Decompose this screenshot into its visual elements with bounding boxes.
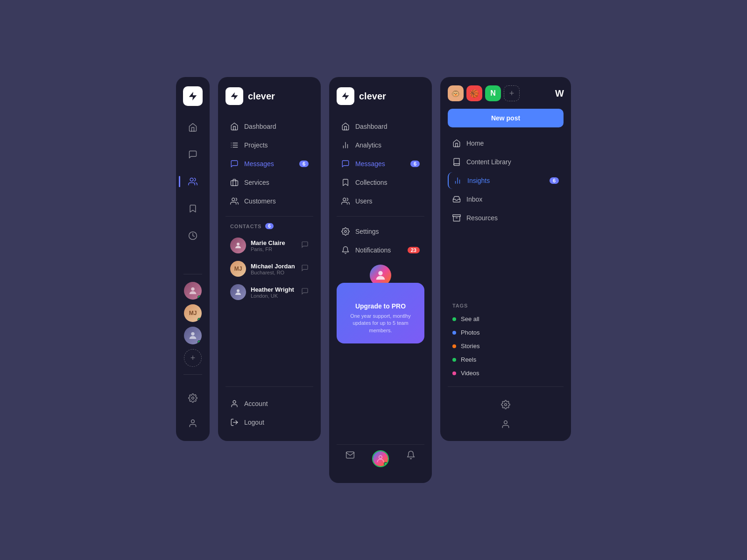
- tag-reels[interactable]: Reels: [448, 353, 564, 366]
- tag-dot-see-all: [452, 317, 456, 321]
- svg-point-17: [237, 289, 240, 292]
- tag-photos[interactable]: Photos: [448, 326, 564, 339]
- contact-item-heather[interactable]: Heather Wright London, UK: [226, 280, 313, 304]
- app-icon-mailchimp[interactable]: 🐵: [448, 85, 464, 101]
- contact-avatar-heather: [230, 284, 246, 300]
- tag-see-all[interactable]: See all: [448, 312, 564, 326]
- nav-label: Account: [244, 400, 268, 407]
- nav-item-dashboard[interactable]: Dashboard: [226, 118, 313, 135]
- nav-label: Dashboard: [244, 123, 276, 130]
- nav-item-notifications[interactable]: Notifications 23: [337, 242, 424, 259]
- contact-avatar-1[interactable]: [184, 282, 202, 300]
- panels-container: MJ +: [167, 68, 580, 492]
- add-contact-button[interactable]: +: [184, 349, 202, 367]
- svg-point-25: [345, 231, 347, 233]
- nav-item-dashboard-3[interactable]: Dashboard: [337, 118, 424, 135]
- app-icon-dribbble[interactable]: 🏀: [466, 85, 482, 101]
- p4-nav-content-library[interactable]: Content Library: [448, 154, 564, 170]
- sidebar-item-bookmarks[interactable]: [184, 200, 201, 217]
- contact-avatar-marie: [230, 238, 246, 253]
- settings-icon-button[interactable]: [184, 390, 201, 406]
- contact-item-michael[interactable]: MJ Michael Jordan Bucharest, RO: [226, 257, 313, 280]
- tab-profile-avatar[interactable]: [372, 450, 389, 467]
- nav-item-account[interactable]: Account: [226, 395, 313, 412]
- contact-avatar-mj[interactable]: MJ: [184, 304, 202, 322]
- logo-w: W: [555, 88, 564, 99]
- add-app-button[interactable]: +: [504, 85, 520, 101]
- message-contact-icon[interactable]: [301, 241, 309, 250]
- nav-label: Messages: [244, 160, 274, 168]
- messages-badge-3: 6: [410, 161, 420, 167]
- svg-point-26: [378, 271, 382, 275]
- tab-notifications[interactable]: [406, 450, 416, 467]
- nav-item-users-3[interactable]: Users: [337, 193, 424, 210]
- tab-email[interactable]: [345, 450, 355, 467]
- nav-label: Resources: [466, 214, 498, 222]
- sidebar-item-history[interactable]: [184, 227, 201, 244]
- tag-videos[interactable]: Videos: [448, 366, 564, 380]
- nav-item-logout[interactable]: Logout: [226, 414, 313, 431]
- clever-logo-3: [337, 87, 354, 105]
- panel-social-manager: 🐵 🏀 N + W New post Home Content Library …: [440, 77, 571, 441]
- svg-point-18: [233, 400, 236, 403]
- svg-point-1: [190, 178, 193, 182]
- p4-nav-insights[interactable]: Insights 6: [448, 172, 564, 189]
- p4-nav-inbox[interactable]: Inbox: [448, 191, 564, 208]
- svg-marker-20: [342, 92, 349, 100]
- app-icon-notion[interactable]: N: [485, 85, 501, 101]
- nav-item-services[interactable]: Services: [226, 174, 313, 191]
- contact-item-marie[interactable]: Marie Claire Paris, FR: [226, 234, 313, 257]
- new-post-button[interactable]: New post: [448, 109, 564, 127]
- nav-item-settings-3[interactable]: Settings: [337, 223, 424, 240]
- upgrade-title: Upgrade to PRO: [344, 302, 417, 310]
- message-contact-icon-2[interactable]: [301, 264, 309, 273]
- nav-item-messages[interactable]: Messages 6: [226, 155, 313, 172]
- section-divider-3: [337, 216, 424, 217]
- tag-label: See all: [461, 315, 479, 322]
- icon-nav: [184, 119, 201, 266]
- svg-point-31: [505, 404, 507, 406]
- divider: [183, 274, 202, 274]
- nav-label: Notifications: [355, 246, 391, 254]
- svg-point-3: [191, 287, 194, 291]
- sidebar-item-messages[interactable]: [184, 146, 201, 163]
- p4-profile-button[interactable]: [448, 416, 564, 433]
- contact-avatar-3[interactable]: [184, 327, 202, 344]
- nav-label: Content Library: [466, 158, 511, 166]
- svg-point-5: [192, 397, 194, 399]
- p4-bottom-divider: [448, 386, 564, 387]
- insights-badge: 6: [550, 177, 559, 184]
- contact-info-heather: Heather Wright London, UK: [251, 286, 296, 299]
- p4-nav-home[interactable]: Home: [448, 135, 564, 152]
- nav-item-projects[interactable]: Projects: [226, 137, 313, 154]
- panel-header: clever: [226, 87, 313, 105]
- nav-label: Dashboard: [355, 123, 388, 130]
- nav-item-analytics[interactable]: Analytics: [337, 137, 424, 154]
- tag-dot-photos: [452, 331, 456, 335]
- nav-item-collections[interactable]: Collections: [337, 174, 424, 191]
- nav-item-messages-3[interactable]: Messages 6: [337, 155, 424, 172]
- svg-point-4: [191, 332, 194, 336]
- nav-item-customers[interactable]: Customers: [226, 193, 313, 210]
- contact-info-michael: Michael Jordan Bucharest, RO: [251, 263, 296, 275]
- online-indicator-3: [197, 340, 201, 344]
- p4-nav-list: Home Content Library Insights 6 Inbox Re…: [448, 135, 564, 295]
- sidebar-item-home[interactable]: [184, 119, 201, 136]
- contact-info-marie: Marie Claire Paris, FR: [251, 239, 296, 252]
- upgrade-card[interactable]: Upgrade to PRO One year support, montlhy…: [337, 283, 424, 343]
- bottom-nav: Account Logout: [226, 380, 313, 431]
- p4-nav-resources[interactable]: Resources: [448, 210, 564, 226]
- nav-label: Collections: [355, 179, 387, 186]
- svg-point-27: [379, 455, 382, 459]
- p4-settings-button[interactable]: [448, 396, 564, 413]
- app-logo: [183, 86, 203, 106]
- profile-icon-button[interactable]: [184, 415, 201, 432]
- contact-location: Paris, FR: [251, 246, 296, 252]
- tag-dot-reels: [452, 358, 456, 362]
- message-contact-icon-3[interactable]: [301, 287, 309, 297]
- messages-badge: 6: [299, 161, 309, 167]
- tags-section: TAGS See all Photos Stories Reels Videos: [448, 303, 564, 380]
- svg-point-24: [343, 198, 346, 201]
- tag-stories[interactable]: Stories: [448, 339, 564, 353]
- sidebar-item-users[interactable]: [184, 173, 201, 190]
